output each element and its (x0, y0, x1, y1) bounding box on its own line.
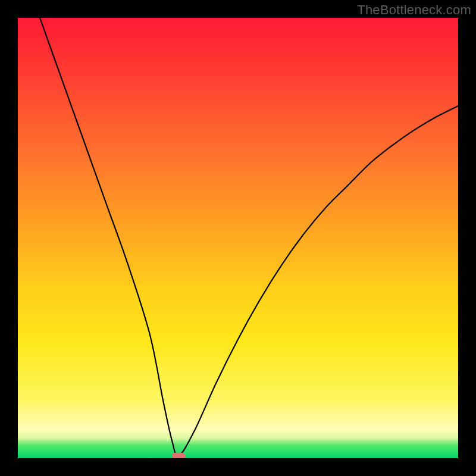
bottleneck-curve-path (40, 18, 458, 456)
bottleneck-curve (18, 18, 458, 458)
watermark-text: TheBottleneck.com (357, 2, 471, 18)
plot-area (18, 18, 458, 458)
optimal-point-marker (172, 453, 185, 458)
chart-frame: TheBottleneck.com (0, 0, 476, 476)
